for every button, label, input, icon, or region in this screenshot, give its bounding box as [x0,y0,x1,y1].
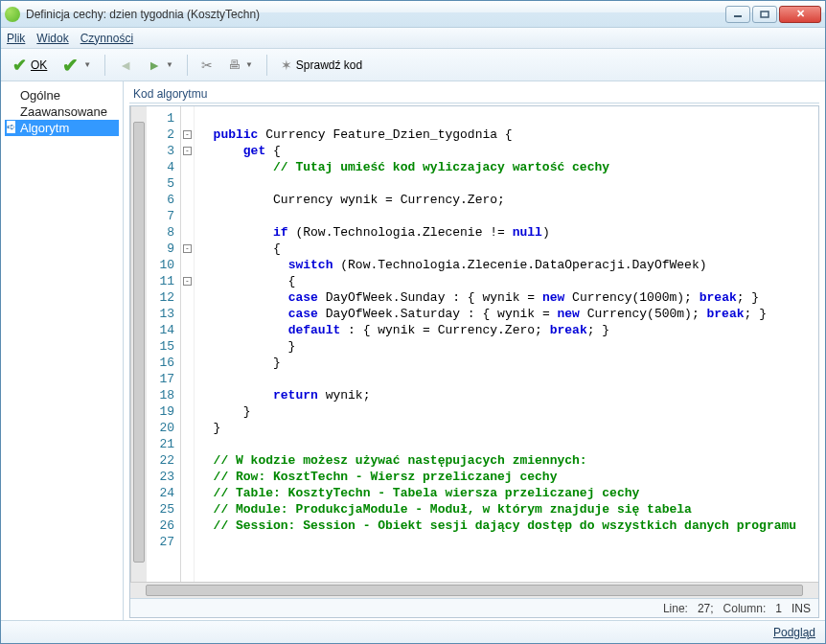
close-button[interactable]: ✕ [779,6,821,23]
apply-button[interactable]: ✔ ▼ [57,53,97,78]
window-title: Definicja cechy: dzien tygodnia (KosztyT… [26,8,725,21]
separator [104,55,105,76]
bottom-bar: Podgląd [1,620,825,643]
editor-statusbar: Line: 27; Column: 1 INS [130,598,818,617]
menu-view[interactable]: Widok [36,32,68,45]
app-icon [5,7,20,22]
dropdown-icon: ▼ [166,60,173,69]
sidebar: Ogólne Zaawansowane Algorytm [1,81,124,620]
separator [187,55,188,76]
app-window: Definicja cechy: dzien tygodnia (KosztyT… [0,0,826,644]
check-code-button[interactable]: ✶ Sprawdź kod [275,53,368,78]
separator [266,55,267,76]
toolbar: ✔ OK ✔ ▼ ◄ ►▼ ✂ 🖶▼ ✶ Sprawdź kod [1,49,825,81]
svg-rect-1 [761,12,769,17]
editor-label: Kod algorytmu [129,85,819,104]
tools-button[interactable]: ✂ [195,53,218,78]
column-value: 1 [775,602,782,615]
menu-file[interactable]: Plik [7,32,25,45]
dropdown-icon: ▼ [245,60,253,69]
check-icon: ✔ [62,54,79,77]
arrow-right-icon: ► [148,58,161,73]
code-editor[interactable]: 1234567891011121314151617181920212223242… [129,105,819,618]
maximize-button[interactable] [752,6,777,23]
printer-icon: 🖶 [228,58,241,72]
menubar: Plik Widok Czynności [1,28,825,49]
minimize-button[interactable] [725,6,750,23]
content-panel: Kod algorytmu 12345678910111213141516171… [124,81,825,620]
preview-link[interactable]: Podgląd [773,626,815,639]
ok-button[interactable]: ✔ OK [7,53,53,78]
titlebar[interactable]: Definicja cechy: dzien tygodnia (KosztyT… [1,1,825,28]
arrow-left-icon: ◄ [119,58,132,73]
sidebar-item-advanced[interactable]: Zaawansowane [5,104,119,120]
sidebar-item-general[interactable]: Ogólne [5,87,119,104]
menu-actions[interactable]: Czynności [80,32,133,45]
column-label: Column: [723,602,767,615]
nav-back-button[interactable]: ◄ [113,53,138,78]
code-area[interactable]: public Currency Feature_Dzien_tygodnia {… [195,106,818,582]
insert-mode: INS [792,602,811,615]
horizontal-scrollbar[interactable] [130,582,818,598]
check-code-label: Sprawdź kod [296,58,362,72]
sidebar-item-algorithm[interactable]: Algorytm [5,120,119,136]
line-gutter: 1234567891011121314151617181920212223242… [147,106,181,582]
print-button[interactable]: 🖶▼ [222,53,259,78]
line-label: Line: [663,602,688,615]
line-value: 27; [698,602,714,615]
main-area: Ogólne Zaawansowane Algorytm Kod algoryt… [1,81,825,620]
fold-column[interactable]: -- - - [181,106,195,582]
check-icon: ✔ [12,55,27,76]
ok-label: OK [31,58,47,72]
vertical-scrollbar[interactable] [130,106,147,582]
nav-forward-button[interactable]: ►▼ [142,53,179,78]
dropdown-icon: ▼ [83,60,91,69]
tools-icon: ✂ [201,58,213,73]
gear-icon: ✶ [281,58,292,73]
